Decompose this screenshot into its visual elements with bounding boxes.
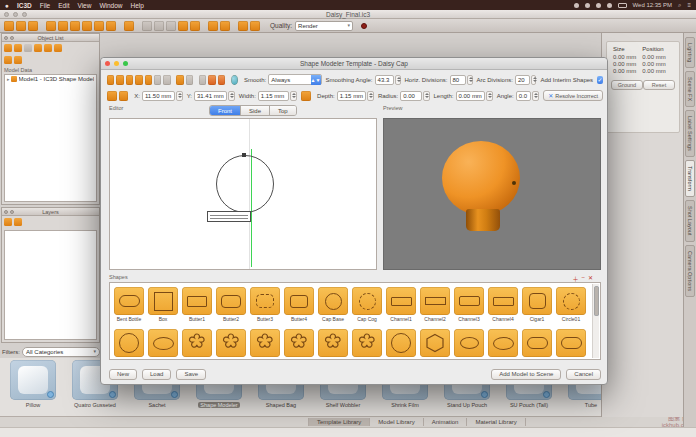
folder-open-icon[interactable] [14,56,22,64]
pan-icon[interactable] [82,21,92,31]
length-input[interactable]: 0.00 mm [456,91,485,101]
add-shape-icon[interactable] [176,75,183,85]
delete-shape-icon[interactable] [186,75,193,85]
radius-input[interactable]: 0.00 [400,91,421,101]
link-object-icon[interactable] [54,44,62,52]
shape-tile[interactable]: Circle01 [556,287,586,322]
filters-select[interactable]: All Categories ▾ [22,347,100,357]
pointer-icon[interactable] [46,21,56,31]
y-stepper[interactable] [228,91,235,101]
shape-tile[interactable]: Butter2 [216,287,246,322]
text-icon[interactable] [178,21,188,31]
depth-stepper[interactable] [367,91,374,101]
add-object-icon[interactable] [4,44,12,52]
draw-icon[interactable] [94,21,104,31]
delete-layer-icon[interactable] [14,218,22,226]
smoothing-angle-input[interactable]: 43.3 [375,75,394,85]
menu-file[interactable]: File [40,2,50,9]
new-icon[interactable] [4,21,14,31]
grid-snap-icon[interactable] [107,91,117,101]
menu-window[interactable]: Window [99,2,122,9]
shape-tile[interactable] [454,329,484,357]
group-icon[interactable] [142,21,152,31]
save-button[interactable]: Save [176,369,206,380]
ground-button[interactable]: Ground [611,80,643,90]
preview-canvas[interactable] [383,118,601,270]
smooth-select[interactable]: Always ▲▼ [268,74,321,85]
add-model-to-scene-button[interactable]: Add Model to Scene [491,369,561,380]
shape-tile[interactable] [386,329,416,357]
menu-app-name[interactable]: IC3D [17,2,32,9]
shapes-scrollbar[interactable] [592,284,599,358]
x-input[interactable]: 11.50 mm [142,91,175,101]
shape-tile[interactable] [522,329,552,357]
export-object-icon[interactable] [44,44,52,52]
radius-stepper[interactable] [423,91,430,101]
shape-tile[interactable]: Cap Base [318,287,348,322]
curve-tool-icon[interactable] [208,75,215,85]
shape-tile[interactable] [182,329,212,357]
undo-icon[interactable] [154,75,161,85]
new-button[interactable]: New [109,369,137,380]
menu-view[interactable]: View [77,2,91,9]
bezier-tool-icon[interactable] [218,75,225,85]
angle-stepper[interactable] [532,91,539,101]
shape-tile[interactable] [148,329,178,357]
side-tab-camera-options[interactable]: Camera Options [685,245,695,297]
zoom-out-icon[interactable] [126,75,133,85]
resolve-incorrect-button[interactable]: ✕ Resolve Incorrect [543,90,603,101]
shape-tile[interactable]: Channel1 [386,287,416,322]
dialog-title-bar[interactable]: Shape Modeler Template - Daisy Cap [101,58,607,70]
camera-icon[interactable] [220,21,230,31]
battery-icon[interactable] [618,3,627,8]
depth-input[interactable]: 1.15 mm [337,91,366,101]
move-point-icon[interactable] [119,91,129,101]
status-icon-1[interactable] [574,3,579,8]
tab-animation[interactable]: Animation [424,418,468,426]
width-stepper[interactable] [290,91,297,101]
width-input[interactable]: 1.15 mm [258,91,289,101]
pencil-icon[interactable] [301,91,311,101]
shape-tile[interactable]: Channel4 [488,287,518,322]
status-icon-2[interactable] [585,3,590,8]
profile-neck-rect[interactable] [207,211,251,222]
shape-tile[interactable] [250,329,280,357]
erase-icon[interactable] [106,21,116,31]
orbit-icon[interactable] [70,21,80,31]
menu-help[interactable]: Help [131,2,144,9]
load-button[interactable]: Load [142,369,171,380]
record-button[interactable] [361,23,367,29]
menu-clock[interactable]: Wed 12:35 PM [633,2,673,8]
forward-arrow-icon[interactable] [250,21,260,31]
bluetooth-icon[interactable] [596,3,601,8]
save-icon[interactable] [28,21,38,31]
duplicate-object-icon[interactable] [14,44,22,52]
ungroup-icon[interactable] [154,21,164,31]
hand-icon[interactable] [190,21,200,31]
tab-model-library[interactable]: Model Library [370,418,423,426]
zoom-region-icon[interactable] [145,75,152,85]
delete-object-icon[interactable] [24,44,32,52]
mirror-icon[interactable] [124,21,134,31]
scrollbar-thumb[interactable] [594,286,599,316]
back-arrow-icon[interactable] [238,21,248,31]
add-interim-checkbox[interactable]: ✓ [597,76,603,84]
shape-tile[interactable] [420,329,450,357]
x-stepper[interactable] [176,91,183,101]
smoothing-angle-stepper[interactable] [395,75,401,85]
shape-tile[interactable]: Butter3 [250,287,280,322]
tree-item-model[interactable]: ▸ Model1 - IC3D Shape Model [5,75,96,83]
tab-front[interactable]: Front [210,106,241,115]
horiz-divisions-input[interactable]: 80 [450,75,466,85]
editor-canvas[interactable] [109,118,377,270]
shape-tile[interactable]: Channel3 [454,287,484,322]
angle-input[interactable]: 0.0 [516,91,532,101]
point-handle[interactable] [242,153,246,157]
profile-circle[interactable] [216,155,274,213]
open-icon[interactable] [16,21,26,31]
add-layer-icon[interactable] [4,218,12,226]
arc-divisions-input[interactable]: 20 [515,75,530,85]
shape-tile[interactable]: Channel2 [420,287,450,322]
favorite-icon[interactable] [166,21,176,31]
zoom-fit-icon[interactable] [135,75,142,85]
